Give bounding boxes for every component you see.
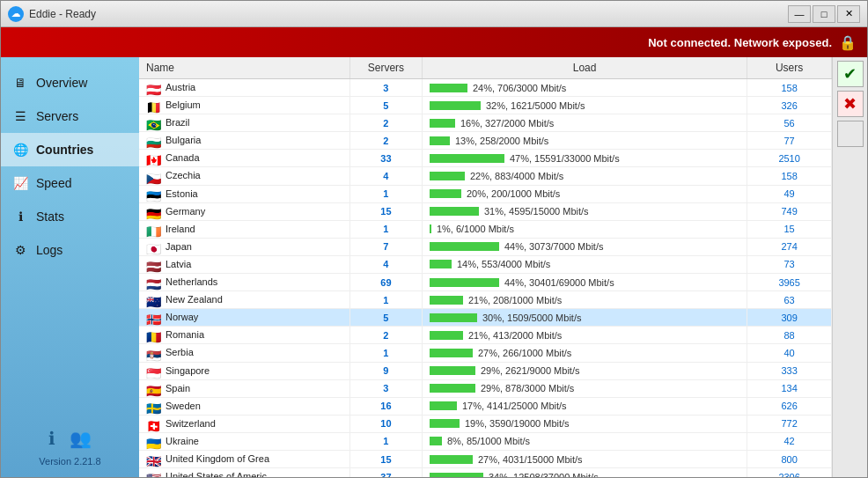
table-row[interactable]: 🇮🇪Ireland 1 1%, 6/1000 Mbit/s 15	[139, 220, 832, 238]
close-button[interactable]: ✕	[837, 5, 860, 23]
flag-icon: 🇮🇪	[146, 224, 162, 235]
load-cell: 13%, 258/2000 Mbit/s	[422, 132, 747, 150]
country-name: 🇳🇱Netherlands	[139, 274, 349, 291]
country-name: 🇨🇭Switzerland	[139, 415, 349, 432]
table-row[interactable]: 🇯🇵Japan 7 44%, 3073/7000 Mbit/s 274	[139, 238, 832, 255]
table-row[interactable]: 🇪🇸Spain 3 29%, 878/3000 Mbit/s 134	[139, 379, 832, 397]
main-window: ☁ Eddie - Ready — □ ✕ Not connected. Net…	[0, 0, 868, 478]
table-row[interactable]: 🇳🇴Norway 5 30%, 1509/5000 Mbit/s 309	[139, 309, 832, 327]
sidebar-item-logs[interactable]: ⚙ Logs	[1, 233, 139, 267]
countries-table-wrapper[interactable]: Name Servers Load Users 🇦🇹Austria 3 24%,…	[139, 57, 832, 477]
load-bar-container: 21%, 208/1000 Mbit/s	[430, 295, 739, 305]
user-count: 333	[747, 362, 832, 379]
load-text: 44%, 30401/69000 Mbit/s	[504, 277, 614, 288]
table-row[interactable]: 🇸🇪Sweden 16 17%, 4141/25000 Mbit/s 626	[139, 397, 832, 415]
load-cell: 17%, 4141/25000 Mbit/s	[422, 397, 747, 415]
load-cell: 29%, 2621/9000 Mbit/s	[422, 362, 747, 379]
flag-icon: 🇷🇸	[146, 349, 162, 359]
load-cell: 8%, 85/1000 Mbit/s	[422, 432, 747, 450]
load-bar	[430, 473, 483, 477]
flag-icon: 🇬🇧	[146, 454, 162, 465]
cancel-button[interactable]	[837, 121, 864, 147]
table-row[interactable]: 🇨🇿Czechia 4 22%, 883/4000 Mbit/s 158	[139, 167, 832, 185]
table-row[interactable]: 🇪🇪Estonia 1 20%, 200/1000 Mbit/s 49	[139, 185, 832, 202]
country-name: 🇩🇪Germany	[139, 202, 349, 220]
load-bar-container: 16%, 327/2000 Mbit/s	[430, 118, 739, 129]
country-name: 🇧🇷Brazil	[139, 114, 349, 132]
load-cell: 44%, 30401/69000 Mbit/s	[422, 274, 747, 291]
load-cell: 21%, 413/2000 Mbit/s	[422, 327, 747, 344]
table-row[interactable]: 🇳🇱Netherlands 69 44%, 30401/69000 Mbit/s…	[139, 274, 832, 291]
table-row[interactable]: 🇦🇹Austria 3 24%, 706/3000 Mbit/s 158	[139, 79, 832, 97]
servers-icon: ☰	[11, 109, 29, 123]
load-text: 29%, 878/3000 Mbit/s	[481, 383, 574, 393]
table-row[interactable]: 🇸🇬Singapore 9 29%, 2621/9000 Mbit/s 333	[139, 362, 832, 379]
flag-icon: 🇺🇦	[146, 437, 162, 447]
server-count: 1	[349, 344, 422, 362]
table-row[interactable]: 🇧🇬Bulgaria 2 13%, 258/2000 Mbit/s 77	[139, 132, 832, 150]
sidebar-label-overview: Overview	[36, 76, 87, 90]
flag-icon: 🇧🇬	[146, 136, 162, 146]
server-count: 33	[349, 150, 422, 167]
table-row[interactable]: 🇱🇻Latvia 4 14%, 553/4000 Mbit/s 73	[139, 255, 832, 273]
info-icon[interactable]: ℹ	[48, 428, 55, 449]
load-bar	[430, 384, 475, 393]
disconnect-button[interactable]: ✖	[837, 91, 864, 117]
sidebar-item-countries[interactable]: 🌐 Countries	[1, 133, 139, 166]
sidebar-item-stats[interactable]: ℹ Stats	[1, 200, 139, 233]
version-label: Version 2.21.8	[39, 456, 100, 467]
load-text: 31%, 4595/15000 Mbit/s	[484, 206, 589, 217]
server-count: 2	[349, 327, 422, 344]
titlebar-left: ☁ Eddie - Ready	[8, 6, 96, 22]
user-count: 800	[747, 450, 832, 467]
minimize-button[interactable]: —	[788, 5, 811, 23]
sidebar-item-speed[interactable]: 📈 Speed	[1, 166, 139, 200]
table-row[interactable]: 🇺🇦Ukraine 1 8%, 85/1000 Mbit/s 42	[139, 432, 832, 450]
country-name: 🇳🇿New Zealand	[139, 291, 349, 309]
load-bar-container: 14%, 553/4000 Mbit/s	[430, 259, 739, 269]
table-row[interactable]: 🇬🇧United Kingdom of Grea 15 27%, 4031/15…	[139, 450, 832, 467]
load-bar-container: 24%, 706/3000 Mbit/s	[430, 83, 739, 93]
load-cell: 27%, 4031/15000 Mbit/s	[422, 450, 747, 467]
connect-button[interactable]: ✔	[837, 61, 864, 87]
user-count: 2510	[747, 150, 832, 167]
load-bar-container: 47%, 15591/33000 Mbit/s	[430, 153, 739, 164]
table-row[interactable]: 🇧🇪Belgium 5 32%, 1621/5000 Mbit/s 326	[139, 97, 832, 114]
table-row[interactable]: 🇷🇸Serbia 1 27%, 266/1000 Mbit/s 40	[139, 344, 832, 362]
table-row[interactable]: 🇨🇭Switzerland 10 19%, 3590/19000 Mbit/s …	[139, 415, 832, 432]
header-load: Load	[422, 57, 747, 79]
flag-icon: 🇦🇹	[146, 83, 162, 93]
load-bar-container: 20%, 200/1000 Mbit/s	[430, 188, 739, 199]
load-bar	[430, 313, 477, 322]
country-name: 🇺🇦Ukraine	[139, 432, 349, 450]
load-text: 14%, 553/4000 Mbit/s	[457, 259, 550, 269]
table-row[interactable]: 🇳🇿New Zealand 1 21%, 208/1000 Mbit/s 63	[139, 291, 832, 309]
user-count: 49	[747, 185, 832, 202]
table-row[interactable]: 🇩🇪Germany 15 31%, 4595/15000 Mbit/s 749	[139, 202, 832, 220]
table-row[interactable]: 🇺🇸United States of Americ 37 34%, 12508/…	[139, 468, 832, 477]
load-bar-container: 8%, 85/1000 Mbit/s	[430, 436, 739, 446]
titlebar-buttons: — □ ✕	[788, 5, 860, 23]
users-icon[interactable]: 👥	[70, 428, 92, 449]
table-row[interactable]: 🇧🇷Brazil 2 16%, 327/2000 Mbit/s 56	[139, 114, 832, 132]
server-count: 9	[349, 362, 422, 379]
table-row[interactable]: 🇷🇴Romania 2 21%, 413/2000 Mbit/s 88	[139, 327, 832, 344]
server-count: 4	[349, 255, 422, 273]
user-count: 158	[747, 167, 832, 185]
server-count: 4	[349, 167, 422, 185]
country-name: 🇮🇪Ireland	[139, 220, 349, 238]
maximize-button[interactable]: □	[813, 5, 835, 23]
load-bar	[430, 207, 479, 216]
load-bar-container: 19%, 3590/19000 Mbit/s	[430, 418, 739, 429]
table-row[interactable]: 🇨🇦Canada 33 47%, 15591/33000 Mbit/s 2510	[139, 150, 832, 167]
sidebar-item-overview[interactable]: 🖥 Overview	[1, 66, 139, 99]
load-text: 47%, 15591/33000 Mbit/s	[510, 153, 620, 164]
load-bar	[430, 278, 499, 287]
user-count: 42	[747, 432, 832, 450]
country-name: 🇯🇵Japan	[139, 238, 349, 255]
flag-icon: 🇸🇬	[146, 366, 162, 377]
flag-icon: 🇳🇿	[146, 295, 162, 305]
country-name: 🇸🇪Sweden	[139, 397, 349, 415]
user-count: 40	[747, 344, 832, 362]
sidebar-item-servers[interactable]: ☰ Servers	[1, 99, 139, 133]
